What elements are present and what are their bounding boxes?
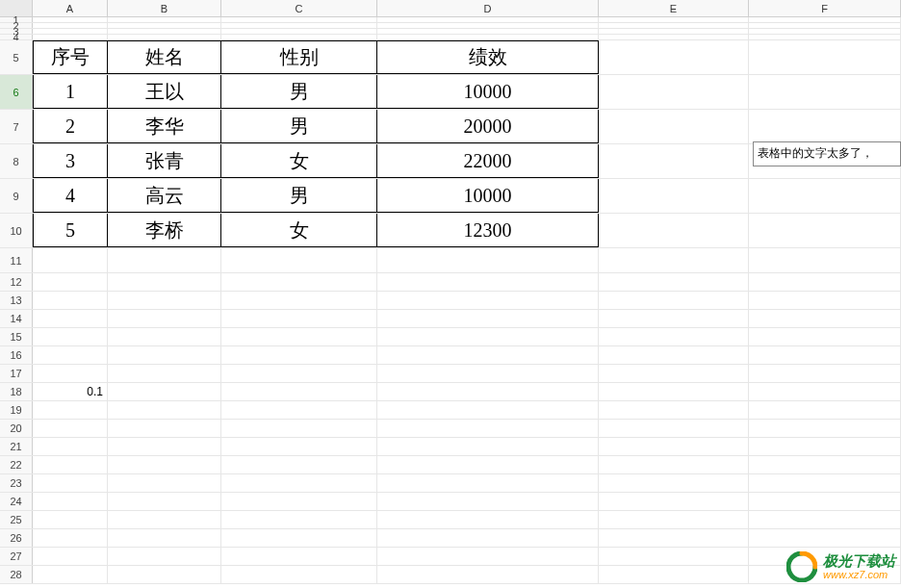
cell[interactable]: 王以 (108, 75, 221, 109)
cell[interactable] (108, 493, 221, 510)
cell[interactable]: 男 (221, 110, 377, 143)
cell[interactable] (599, 474, 749, 492)
row-header[interactable]: 28 (0, 566, 33, 583)
row-27[interactable]: 27 (0, 548, 901, 566)
cell[interactable] (749, 474, 901, 492)
cell[interactable] (599, 328, 749, 345)
cell[interactable] (377, 456, 599, 473)
cell[interactable] (599, 383, 749, 400)
cell[interactable] (749, 493, 901, 510)
cell[interactable] (33, 365, 108, 382)
row-22[interactable]: 22 (0, 456, 901, 474)
cell[interactable] (599, 110, 749, 143)
cell[interactable] (749, 310, 901, 327)
row-28[interactable]: 28 (0, 566, 901, 584)
cell[interactable] (33, 548, 108, 565)
cell[interactable]: 20000 (377, 110, 599, 143)
cell[interactable] (749, 383, 901, 400)
cell[interactable] (749, 23, 901, 28)
cell[interactable] (749, 420, 901, 437)
cell[interactable] (33, 328, 108, 345)
cell[interactable] (33, 529, 108, 547)
cell[interactable] (377, 474, 599, 492)
cell[interactable] (221, 35, 377, 39)
cell-header-gender[interactable]: 性别 (221, 40, 377, 74)
cell[interactable] (108, 511, 221, 528)
cell[interactable] (377, 420, 599, 437)
col-header-A[interactable]: A (33, 0, 108, 16)
cell[interactable] (221, 328, 377, 345)
cell[interactable] (599, 248, 749, 272)
cell[interactable] (377, 248, 599, 272)
row-11[interactable]: 11 (0, 248, 901, 273)
cell-header-seq[interactable]: 序号 (33, 40, 108, 74)
cell[interactable] (33, 420, 108, 437)
cell[interactable] (108, 401, 221, 419)
cell[interactable] (599, 548, 749, 565)
row-12[interactable]: 12 (0, 273, 901, 292)
cell[interactable] (108, 529, 221, 547)
cell[interactable] (599, 365, 749, 382)
cell[interactable] (221, 420, 377, 437)
cell[interactable] (599, 214, 749, 247)
cell[interactable]: 10000 (377, 75, 599, 109)
cell[interactable] (33, 493, 108, 510)
cell[interactable] (108, 29, 221, 34)
cell[interactable] (377, 29, 599, 34)
cell[interactable] (221, 548, 377, 565)
row-header[interactable]: 25 (0, 511, 33, 528)
cell[interactable] (377, 511, 599, 528)
row-20[interactable]: 20 (0, 420, 901, 438)
cell[interactable] (377, 23, 599, 28)
cell[interactable] (108, 566, 221, 583)
cell[interactable] (33, 292, 108, 309)
cell[interactable] (221, 346, 377, 364)
row-header[interactable]: 4 (0, 35, 33, 39)
cell[interactable] (599, 566, 749, 583)
row-header[interactable]: 5 (0, 40, 33, 74)
cell[interactable]: 男 (221, 179, 377, 213)
cell[interactable] (33, 35, 108, 39)
cell[interactable] (377, 529, 599, 547)
row-23[interactable]: 23 (0, 474, 901, 493)
cell[interactable] (377, 328, 599, 345)
row-header[interactable]: 8 (0, 144, 33, 178)
row-6[interactable]: 6 1 王以 男 10000 (0, 75, 901, 110)
row-header[interactable]: 6 (0, 75, 33, 109)
row-26[interactable]: 26 (0, 529, 901, 548)
cell[interactable] (221, 566, 377, 583)
cell[interactable] (108, 365, 221, 382)
row-24[interactable]: 24 (0, 493, 901, 511)
row-header[interactable]: 26 (0, 529, 33, 547)
cell[interactable] (108, 23, 221, 28)
cell[interactable] (33, 17, 108, 22)
row-header[interactable]: 7 (0, 110, 33, 143)
cell[interactable] (377, 310, 599, 327)
cell[interactable] (221, 17, 377, 22)
row-17[interactable]: 17 (0, 365, 901, 383)
cell[interactable] (33, 248, 108, 272)
cell[interactable] (599, 401, 749, 419)
cell[interactable] (599, 273, 749, 291)
cell[interactable] (33, 511, 108, 528)
cell[interactable]: 女 (221, 214, 377, 247)
cell[interactable] (599, 75, 749, 109)
cell[interactable] (599, 420, 749, 437)
row-header[interactable]: 18 (0, 383, 33, 400)
cell[interactable] (599, 144, 749, 178)
cell[interactable] (33, 566, 108, 583)
cell[interactable] (749, 40, 901, 74)
cell[interactable] (377, 383, 599, 400)
cell[interactable] (377, 365, 599, 382)
row-header[interactable]: 11 (0, 248, 33, 272)
col-header-C[interactable]: C (221, 0, 377, 16)
cell[interactable] (599, 29, 749, 34)
cell[interactable] (599, 179, 749, 213)
cell[interactable] (221, 474, 377, 492)
row-16[interactable]: 16 (0, 346, 901, 365)
cell-a18[interactable]: 0.1 (33, 383, 108, 400)
cell[interactable] (599, 438, 749, 455)
cell[interactable] (33, 401, 108, 419)
row-21[interactable]: 21 (0, 438, 901, 456)
cell[interactable] (221, 493, 377, 510)
